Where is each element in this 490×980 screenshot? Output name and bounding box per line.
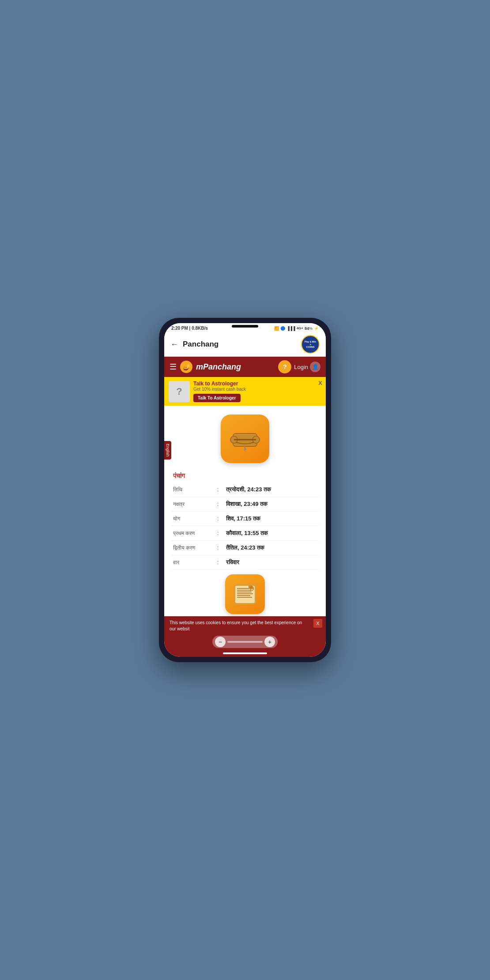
table-row: नक्षत्र : विशाखा, 23:49 तक	[171, 497, 319, 512]
table-row: प्रथम करण : कौवाला, 13:55 तक	[171, 526, 319, 541]
panchang-table: तिथि : त्रयोदशी, 24:23 तक नक्षत्र : विशा…	[164, 482, 326, 570]
back-button[interactable]: ←	[170, 340, 178, 349]
row-colon: :	[217, 486, 226, 493]
menu-button[interactable]: ☰	[170, 362, 177, 372]
row-colon: :	[217, 530, 226, 536]
row-label-dvitiy: द्वितीय करण	[173, 545, 217, 551]
bluetooth-icon: 🔵	[280, 326, 285, 331]
cookie-text: This website uses cookies to ensure you …	[170, 620, 320, 632]
login-button[interactable]: Login 👤	[294, 362, 320, 372]
row-label-pratham: प्रथम करण	[173, 530, 217, 536]
banner-title: Talk to Astrologer	[193, 381, 321, 387]
table-row: वार : रविवार	[171, 555, 319, 570]
row-value-var: रविवार	[226, 559, 317, 566]
header-right: ? Login 👤	[278, 360, 320, 373]
coins-label: COINS	[306, 346, 314, 348]
row-label-nakshatra: नक्षत्र	[173, 501, 217, 507]
row-value-tithi: त्रयोदशी, 24:23 तक	[226, 486, 317, 493]
status-icons: 📶 🔵 ▐▐▐ 4G+ 84% ⚡	[274, 326, 319, 331]
row-value-yoga: शिव, 17:15 तक	[226, 515, 317, 522]
scroll-content: English	[164, 406, 326, 614]
zoom-track[interactable]	[227, 641, 263, 643]
battery-icon: 84%	[305, 326, 313, 331]
zoom-bar: − +	[212, 636, 278, 648]
signal-icon: ▐▐▐	[286, 326, 295, 331]
row-value-dvitiy: तैतिल, 24:23 तक	[226, 544, 317, 551]
nav-indicator	[164, 651, 326, 657]
row-label-var: वार	[173, 559, 217, 565]
second-icon-section	[164, 570, 326, 614]
table-row: योग : शिव, 17:15 तक	[171, 512, 319, 526]
zoom-out-button[interactable]: −	[215, 637, 226, 647]
header-left: ☰ 🪔 mPanchang	[170, 361, 241, 373]
panchang-icon-section	[164, 406, 326, 467]
home-indicator	[223, 652, 267, 654]
section-title: पंचांग	[164, 467, 326, 482]
row-value-pratham: कौवाला, 13:55 तक	[226, 530, 317, 537]
table-row: द्वितीय करण : तैतिल, 24:23 तक	[171, 541, 319, 555]
charging-icon: ⚡	[314, 326, 319, 331]
banner-close-button[interactable]: X	[318, 380, 322, 386]
page-title: Panchang	[183, 340, 219, 349]
row-colon: :	[217, 501, 226, 507]
row-colon: :	[217, 545, 226, 551]
zoom-in-button[interactable]: +	[264, 637, 275, 647]
top-navigation: ← Panchang Play & Win ★ COINS	[164, 332, 326, 357]
coins-badge[interactable]: Play & Win ★ COINS	[301, 335, 320, 354]
row-value-nakshatra: विशाखा, 23:49 तक	[226, 501, 317, 508]
second-panchang-icon	[225, 574, 265, 614]
help-button[interactable]: ?	[278, 360, 291, 373]
row-label-tithi: तिथि	[173, 486, 217, 493]
app-name-label: mPanchang	[196, 362, 241, 372]
wifi-icon: 📶	[274, 326, 279, 331]
row-colon: :	[217, 516, 226, 522]
login-label: Login	[294, 364, 308, 370]
nav-left: ← Panchang	[170, 340, 219, 349]
astrologer-image: ?	[169, 381, 190, 402]
status-time: 2:20 PM | 0.8KB/s	[171, 326, 208, 331]
svg-text:🪔: 🪔	[183, 363, 191, 371]
network-icon: 4G+	[297, 326, 303, 330]
cookie-close-button[interactable]: X	[313, 619, 322, 628]
cookie-banner: This website uses cookies to ensure you …	[164, 616, 326, 636]
astrologer-banner: ? Talk to Astrologer Get 10% instant cas…	[164, 377, 326, 406]
zoom-controls: − +	[164, 636, 326, 651]
table-row: तिथि : त्रयोदशी, 24:23 तक	[171, 482, 319, 497]
banner-subtitle: Get 10% instant cash back	[193, 387, 321, 392]
english-tab[interactable]: English	[164, 441, 171, 460]
row-label-yoga: योग	[173, 516, 217, 522]
talk-to-astrologer-button[interactable]: Talk To Astrologer	[193, 394, 241, 402]
app-header: ☰ 🪔 mPanchang ? Login 👤	[164, 357, 326, 377]
main-content: English	[164, 406, 326, 616]
user-icon: 👤	[310, 362, 320, 372]
app-logo: 🪔	[180, 361, 192, 373]
panchang-icon	[221, 415, 269, 463]
astrologer-text: Talk to Astrologer Get 10% instant cash …	[193, 381, 321, 402]
row-colon: :	[217, 559, 226, 565]
